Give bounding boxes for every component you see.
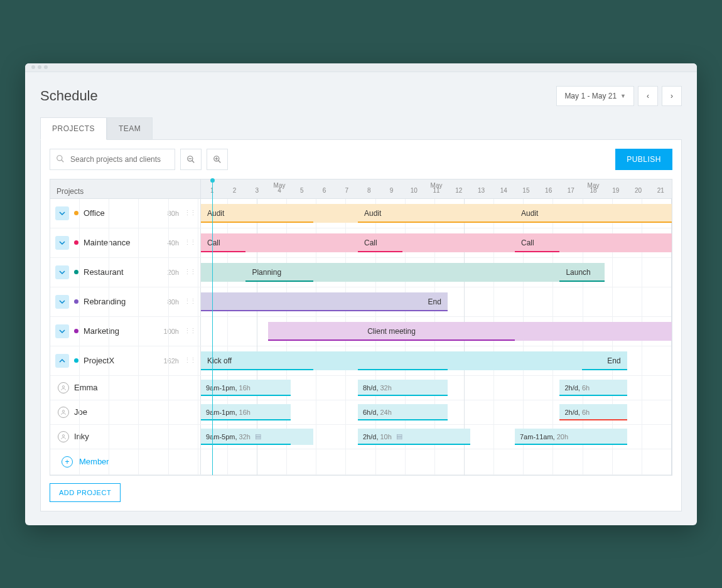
milestone-label[interactable]: Audit xyxy=(515,204,672,223)
prev-button[interactable]: ‹ xyxy=(638,86,658,106)
user-icon xyxy=(58,407,69,418)
caret-down-icon: ▼ xyxy=(620,93,626,99)
day-header: 6 xyxy=(313,187,336,196)
project-hours: 100h xyxy=(164,328,179,335)
next-button[interactable]: › xyxy=(662,86,682,106)
row-name: Office xyxy=(84,208,163,218)
milestone-label[interactable]: Call xyxy=(358,233,402,252)
day-header: 8 xyxy=(358,187,380,196)
drag-handle-icon[interactable]: ⋮⋮ xyxy=(184,356,195,365)
day-header: 15 xyxy=(515,187,537,196)
tab-team[interactable]: TEAM xyxy=(107,117,153,139)
expand-button[interactable] xyxy=(55,236,69,250)
assignment-bar[interactable]: 2h/d,6h xyxy=(559,404,627,420)
project-color-dot xyxy=(74,358,78,363)
drag-handle-icon[interactable]: ⋮⋮ xyxy=(184,327,195,335)
note-icon: ▤ xyxy=(255,432,261,441)
drag-handle-icon[interactable]: ⋮⋮ xyxy=(184,297,195,306)
window-titlebar xyxy=(25,63,697,72)
milestone-label[interactable]: End xyxy=(582,351,627,370)
day-header: 14 xyxy=(492,187,515,196)
user-icon xyxy=(58,431,69,442)
day-header: 7 xyxy=(335,187,358,196)
row-name: Joe xyxy=(74,407,195,417)
svg-point-9 xyxy=(62,385,64,387)
expand-button[interactable] xyxy=(55,265,69,279)
tab-projects[interactable]: PROJECTS xyxy=(40,117,107,140)
assignment-bar[interactable]: 9am-5pm,32h▤ xyxy=(201,429,313,445)
day-header: 10 xyxy=(402,187,425,196)
day-header: 5 xyxy=(291,187,313,196)
today-marker xyxy=(212,180,213,475)
day-header: 3 xyxy=(245,187,268,196)
date-range-picker[interactable]: May 1 - May 21▼ xyxy=(556,86,634,106)
projects-column-header: Projects xyxy=(50,179,200,198)
zoom-in-button[interactable] xyxy=(207,149,228,170)
expand-button[interactable] xyxy=(55,324,69,338)
search-icon xyxy=(56,154,65,166)
milestone-label[interactable]: Call xyxy=(201,233,245,252)
assignment-bar[interactable]: 8h/d,32h xyxy=(358,380,448,396)
day-header: 16 xyxy=(537,187,560,196)
assignment-bar[interactable]: 2h/d,6h xyxy=(559,380,627,396)
drag-handle-icon[interactable]: ⋮⋮ xyxy=(184,238,195,247)
row-name: Restaurant xyxy=(84,267,163,277)
milestone-label[interactable]: Call xyxy=(515,233,559,252)
day-header: 19 xyxy=(605,187,627,196)
project-hours: 40h xyxy=(168,239,179,247)
milestone-label[interactable]: Planning xyxy=(245,263,313,282)
project-color-dot xyxy=(74,270,78,274)
expand-button[interactable] xyxy=(55,206,69,220)
assignment-bar[interactable]: 9am-1pm,16h xyxy=(201,404,291,420)
assignment-bar[interactable]: 7am-11am,20h xyxy=(515,429,627,445)
add-project-button[interactable]: ADD PROJECT xyxy=(50,483,121,502)
zoom-out-button[interactable] xyxy=(180,149,202,170)
svg-line-1 xyxy=(62,159,64,162)
plus-icon: + xyxy=(62,456,73,468)
assignment-bar[interactable]: 6h/d,24h xyxy=(358,404,448,420)
milestone-label[interactable]: End xyxy=(201,292,448,311)
chevron-right-icon: › xyxy=(671,92,673,100)
milestone-label[interactable]: Client meeting xyxy=(268,322,515,341)
milestone-label[interactable]: Audit xyxy=(358,204,515,223)
note-icon: ▤ xyxy=(396,432,402,441)
day-header: 17 xyxy=(560,187,583,196)
row-name: Inky xyxy=(74,432,195,441)
svg-line-8 xyxy=(218,160,221,163)
milestone-label[interactable]: Launch xyxy=(559,263,604,282)
svg-point-10 xyxy=(62,410,64,412)
project-span[interactable] xyxy=(201,233,672,252)
row-name: ProjectX xyxy=(84,356,159,365)
row-name: Emma xyxy=(74,383,195,392)
day-header: 13 xyxy=(470,187,493,196)
svg-line-4 xyxy=(192,160,195,163)
chevron-left-icon: ‹ xyxy=(647,92,649,100)
project-hours: 80h xyxy=(168,298,179,306)
svg-point-11 xyxy=(62,434,64,436)
project-hours: 80h xyxy=(168,210,179,217)
svg-point-0 xyxy=(57,155,62,160)
project-color-dot xyxy=(74,329,78,333)
row-name: Rebranding xyxy=(84,297,163,306)
assignment-bar[interactable]: 2h/d,10h▤ xyxy=(358,429,470,445)
project-color-dot xyxy=(74,240,78,245)
drag-handle-icon[interactable]: ⋮⋮ xyxy=(184,268,195,276)
collapse-button[interactable] xyxy=(55,354,69,368)
project-color-dot xyxy=(74,299,78,304)
drag-handle-icon[interactable]: ⋮⋮ xyxy=(184,209,195,217)
add-member-button[interactable]: +Member xyxy=(55,450,116,474)
page-title: Schedule xyxy=(40,88,98,104)
assignment-bar[interactable]: 9am-1pm,16h xyxy=(201,380,291,396)
project-color-dot xyxy=(74,211,78,215)
expand-button[interactable] xyxy=(55,295,69,309)
row-name: Marketing xyxy=(84,326,159,336)
row-name: Maintenance xyxy=(84,238,163,247)
day-header: 9 xyxy=(380,187,403,196)
day-header: 21 xyxy=(649,187,672,196)
milestone-label[interactable]: Kick off xyxy=(201,351,313,370)
publish-button[interactable]: PUBLISH xyxy=(615,149,672,170)
day-header: 12 xyxy=(448,187,470,196)
milestone-label[interactable]: Audit xyxy=(201,204,313,223)
search-input[interactable] xyxy=(50,149,175,170)
project-hours: 162h xyxy=(164,357,179,365)
